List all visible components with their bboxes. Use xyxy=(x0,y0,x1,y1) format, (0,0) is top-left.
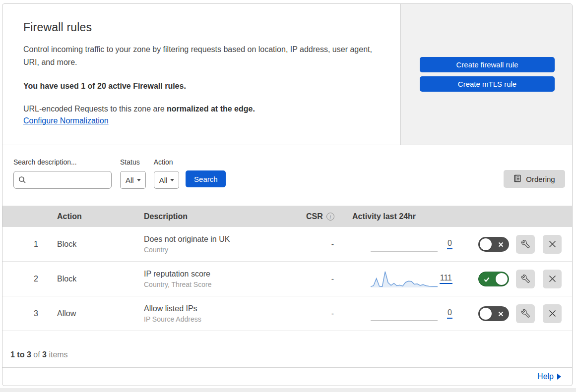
page-description: Control incoming traffic to your zone by… xyxy=(23,43,377,69)
create-mtls-rule-button[interactable]: Create mTLS rule xyxy=(420,76,555,92)
check-icon xyxy=(484,277,490,282)
delete-rule-button[interactable] xyxy=(543,270,562,288)
create-firewall-rule-button[interactable]: Create firewall rule xyxy=(420,57,555,72)
help-bar: Help xyxy=(2,368,572,386)
status-filter-dropdown[interactable]: All xyxy=(120,171,146,189)
help-arrow-icon xyxy=(557,374,561,380)
help-link-label: Help xyxy=(537,372,554,381)
rule-csr-value: - xyxy=(295,309,340,318)
ordering-button-label: Ordering xyxy=(526,175,555,183)
rule-criteria: Country xyxy=(144,246,295,254)
table-row: 1 Block Does not originate in UK Country… xyxy=(2,227,572,262)
rule-criteria: IP Source Address xyxy=(144,315,295,323)
search-button[interactable]: Search xyxy=(186,170,226,187)
action-filter-group: Action All xyxy=(154,158,180,189)
rule-action: Block xyxy=(50,275,136,283)
rule-priority: 3 xyxy=(2,309,50,318)
toggle-knob xyxy=(480,238,492,250)
wrench-icon xyxy=(521,240,530,248)
action-filter-value: All xyxy=(159,176,168,184)
activity-count-link[interactable]: 0 xyxy=(447,239,452,249)
edit-rule-button[interactable] xyxy=(516,270,535,288)
normalization-bold: normalized at the edge. xyxy=(167,105,255,113)
ordering-button[interactable]: Ordering xyxy=(504,170,565,188)
rule-csr-value: - xyxy=(295,240,340,249)
delete-rule-button[interactable] xyxy=(543,235,562,254)
rule-csr-value: - xyxy=(295,275,340,283)
rule-description: Allow listed IPs xyxy=(144,304,295,313)
normalization-text: URL-encoded Requests to this zone are no… xyxy=(23,105,377,113)
table-header-row: Action Description CSR i Activity last 2… xyxy=(2,206,572,227)
x-icon xyxy=(498,242,504,247)
search-label: Search description... xyxy=(13,158,112,166)
ordering-icon xyxy=(513,174,521,184)
usage-notice: You have used 1 of 20 active Firewall ru… xyxy=(23,82,377,91)
summary-total: 3 xyxy=(42,350,47,359)
activity-count-link[interactable]: 111 xyxy=(440,274,452,284)
firewall-rules-card: Firewall rules Control incoming traffic … xyxy=(2,3,573,386)
summary-items: items xyxy=(47,350,68,359)
search-icon xyxy=(18,176,26,186)
rule-description: IP reputation score xyxy=(144,270,295,279)
rule-priority: 2 xyxy=(2,275,50,283)
chevron-down-icon xyxy=(170,179,174,181)
x-icon xyxy=(498,311,504,317)
info-icon[interactable]: i xyxy=(326,213,334,221)
summary-range: 1 to 3 xyxy=(10,350,31,359)
toggle-knob xyxy=(496,273,508,285)
rule-description: Does not originate in UK xyxy=(144,235,295,244)
summary-of: of xyxy=(31,350,42,359)
wrench-icon xyxy=(521,309,530,318)
rule-action: Block xyxy=(50,240,136,249)
rule-enabled-toggle[interactable] xyxy=(478,306,509,321)
action-label: Action xyxy=(154,158,180,166)
close-icon xyxy=(549,275,556,282)
intro-panel: Firewall rules Control incoming traffic … xyxy=(2,4,400,145)
table-summary: 1 to 3 of 3 items xyxy=(2,331,572,368)
edit-rule-button[interactable] xyxy=(516,304,535,323)
activity-count-link[interactable]: 0 xyxy=(447,308,452,319)
table-row: 3 Allow Allow listed IPs IP Source Addre… xyxy=(2,296,572,331)
toggle-knob xyxy=(480,308,492,320)
rule-action: Allow xyxy=(50,309,136,318)
edit-rule-button[interactable] xyxy=(516,235,535,254)
activity-sparkline xyxy=(371,270,438,288)
filter-bar: Search description... Status All Action … xyxy=(2,145,572,206)
page-bottom-band xyxy=(0,388,576,392)
search-group: Search description... xyxy=(13,158,112,189)
csr-header-label: CSR xyxy=(306,212,323,221)
cta-panel: Create firewall rule Create mTLS rule xyxy=(400,4,572,145)
rule-priority: 1 xyxy=(2,240,50,249)
column-header-action: Action xyxy=(50,212,136,221)
delete-rule-button[interactable] xyxy=(543,304,562,323)
status-filter-group: Status All xyxy=(120,158,146,189)
close-icon xyxy=(549,240,556,248)
rule-enabled-toggle[interactable] xyxy=(478,272,509,286)
table-row: 2 Block IP reputation score Country, Thr… xyxy=(2,262,572,296)
column-header-csr: CSR i xyxy=(295,212,340,221)
column-header-activity: Activity last 24hr xyxy=(340,212,456,221)
normalization-prefix: URL-encoded Requests to this zone are xyxy=(23,105,167,113)
close-icon xyxy=(549,310,556,317)
help-link[interactable]: Help xyxy=(537,372,561,381)
top-section: Firewall rules Control incoming traffic … xyxy=(2,4,572,145)
status-label: Status xyxy=(120,158,146,166)
search-input[interactable] xyxy=(13,171,112,189)
action-filter-dropdown[interactable]: All xyxy=(154,171,180,189)
rule-enabled-toggle[interactable] xyxy=(478,237,509,252)
rule-criteria: Country, Threat Score xyxy=(144,280,295,288)
activity-sparkline xyxy=(371,304,438,323)
activity-sparkline xyxy=(371,235,438,254)
column-header-description: Description xyxy=(136,212,295,221)
status-filter-value: All xyxy=(126,176,134,184)
chevron-down-icon xyxy=(137,179,141,181)
page-title: Firewall rules xyxy=(23,21,377,34)
wrench-icon xyxy=(521,275,530,283)
configure-normalization-link[interactable]: Configure Normalization xyxy=(23,116,109,125)
